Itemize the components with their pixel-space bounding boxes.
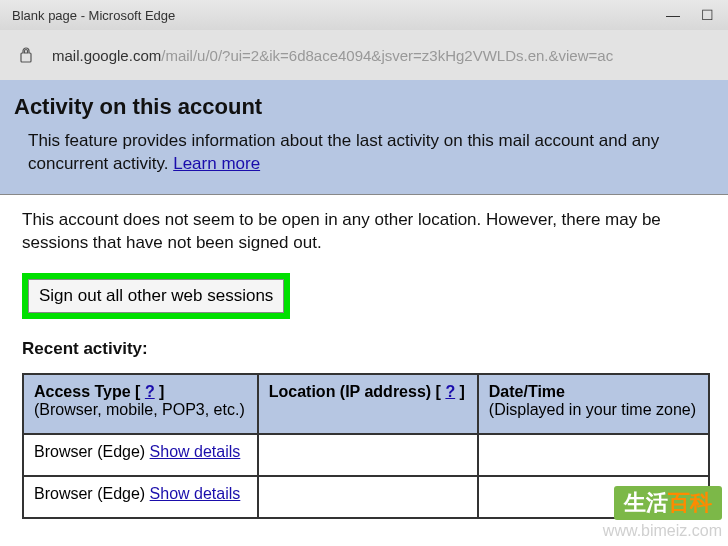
col-datetime: Date/Time (Displayed in your time zone)	[478, 374, 709, 434]
activity-table: Access Type [ ? ] (Browser, mobile, POP3…	[22, 373, 710, 519]
window-title: Blank page - Microsoft Edge	[8, 8, 175, 23]
show-details-link[interactable]: Show details	[150, 485, 241, 502]
address-bar: mail.google.com/mail/u/0/?ui=2&ik=6d8ace…	[0, 30, 728, 80]
cell-access: Browser (Edge) Show details	[23, 434, 258, 476]
learn-more-link[interactable]: Learn more	[173, 154, 260, 173]
minimize-button[interactable]: —	[666, 8, 680, 22]
cell-access: Browser (Edge) Show details	[23, 476, 258, 518]
access-help-link[interactable]: ?	[145, 383, 155, 400]
cell-location	[258, 476, 478, 518]
access-text: Browser (Edge)	[34, 485, 150, 502]
url-display[interactable]: mail.google.com/mail/u/0/?ui=2&ik=6d8ace…	[52, 47, 613, 64]
col-datetime-label: Date/Time	[489, 383, 565, 400]
description-text: This feature provides information about …	[28, 131, 659, 173]
table-row: Browser (Edge) Show details	[23, 476, 709, 518]
recent-activity-title: Recent activity:	[22, 339, 710, 359]
window-title-bar: Blank page - Microsoft Edge — ☐	[0, 0, 728, 30]
cell-datetime	[478, 434, 709, 476]
header-section: Activity on this account This feature pr…	[0, 80, 728, 195]
cell-datetime	[478, 476, 709, 518]
status-section: This account does not seem to be open in…	[0, 195, 728, 529]
page-title: Activity on this account	[14, 94, 712, 120]
col-location-label: Location (IP address)	[269, 383, 431, 400]
table-header-row: Access Type [ ? ] (Browser, mobile, POP3…	[23, 374, 709, 434]
url-host: mail.google.com	[52, 47, 161, 64]
access-text: Browser (Edge)	[34, 443, 150, 460]
status-text: This account does not seem to be open in…	[22, 209, 710, 255]
col-access-type: Access Type [ ? ] (Browser, mobile, POP3…	[23, 374, 258, 434]
signout-all-button[interactable]: Sign out all other web sessions	[28, 279, 284, 313]
show-details-link[interactable]: Show details	[150, 443, 241, 460]
cell-location	[258, 434, 478, 476]
maximize-button[interactable]: ☐	[700, 8, 714, 22]
lock-icon	[18, 46, 34, 64]
location-help-link[interactable]: ?	[445, 383, 455, 400]
page-content: Activity on this account This feature pr…	[0, 80, 728, 529]
url-path: /mail/u/0/?ui=2&ik=6d8ace4094&jsver=z3kH…	[161, 47, 613, 64]
col-location: Location (IP address) [ ? ]	[258, 374, 478, 434]
table-row: Browser (Edge) Show details	[23, 434, 709, 476]
signout-highlight: Sign out all other web sessions	[22, 273, 290, 319]
feature-description: This feature provides information about …	[14, 130, 712, 176]
col-access-sub: (Browser, mobile, POP3, etc.)	[34, 401, 247, 419]
col-access-label: Access Type	[34, 383, 131, 400]
col-datetime-sub: (Displayed in your time zone)	[489, 401, 698, 419]
window-controls: — ☐	[666, 8, 720, 22]
